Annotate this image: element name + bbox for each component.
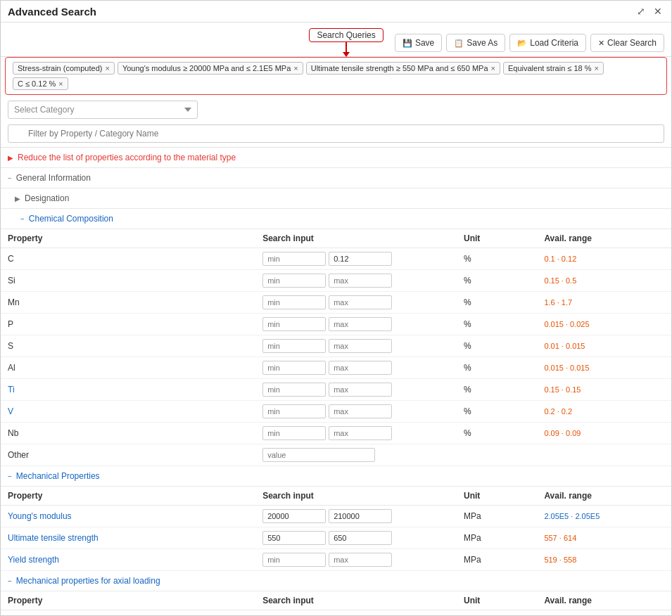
table-row: Mn % 1.6 · 1.7	[1, 292, 671, 314]
clear-icon: ✕	[598, 39, 604, 48]
tag-close-ultimate-tensile[interactable]: ×	[491, 64, 495, 72]
table-row: P % 0.015 · 0.025	[1, 314, 671, 335]
table-row: Other	[1, 444, 671, 466]
section-chemical-composition[interactable]: − Chemical Composition	[1, 209, 671, 229]
search-queries-label: Search Queries	[309, 28, 383, 42]
tag-stress-strain: Stress-strain (computed) ×	[13, 62, 115, 75]
v-link[interactable]: V	[8, 406, 13, 416]
section-designation[interactable]: ▶ Designation	[1, 188, 671, 209]
other-range	[537, 444, 671, 466]
s-min-input[interactable]	[262, 339, 326, 353]
load-criteria-button[interactable]: 📂 Load Criteria	[509, 34, 586, 52]
ti-link[interactable]: Ti	[8, 385, 15, 394]
al-min-input[interactable]	[262, 361, 326, 375]
th-axial-search-input: Search input	[255, 591, 457, 610]
toolbar: Search Queries 💾 Save 📋 Save As 📂 Load C…	[1, 23, 671, 57]
axial-loading-table: Property Search input Unit Avail. range	[1, 591, 671, 610]
title-bar: Advanced Search ⤢ ✕	[1, 1, 671, 23]
si-min-input[interactable]	[262, 274, 326, 288]
filter-input[interactable]	[8, 124, 664, 143]
v-range: 0.2 · 0.2	[537, 401, 671, 423]
save-as-icon: 📋	[454, 39, 464, 48]
section-material-type[interactable]: ▶ Reduce the list of properties accordin…	[1, 148, 671, 168]
th-mech-avail-range: Avail. range	[537, 487, 671, 506]
ti-max-input[interactable]	[329, 383, 392, 397]
th-axial-property: Property	[1, 591, 255, 610]
prop-name-s: S	[1, 335, 255, 357]
al-unit: %	[457, 357, 537, 379]
yield-strength-min-input[interactable]	[262, 553, 326, 567]
p-min-input[interactable]	[262, 317, 326, 331]
save-button[interactable]: 💾 Save	[395, 34, 442, 52]
mechanical-properties-table: Property Search input Unit Avail. range …	[1, 487, 671, 571]
th-unit: Unit	[457, 229, 537, 248]
other-value-input[interactable]	[262, 448, 375, 462]
section-mechanical-properties[interactable]: − Mechanical Properties	[1, 466, 671, 487]
tag-close-c[interactable]: ×	[58, 79, 63, 88]
yield-strength-link[interactable]: Yield strength	[8, 555, 59, 565]
youngs-modulus-max-input[interactable]	[329, 509, 392, 523]
prop-input-s	[255, 335, 457, 357]
th-search-input: Search input	[255, 229, 457, 248]
tag-close-equivalent-strain[interactable]: ×	[594, 64, 598, 72]
yield-strength-range: 519 · 558	[537, 549, 671, 571]
ti-min-input[interactable]	[262, 383, 326, 397]
al-max-input[interactable]	[329, 361, 392, 375]
window-title: Advanced Search	[8, 6, 96, 18]
tag-equivalent-strain: Equivalent strain ≤ 18 % ×	[503, 62, 604, 75]
prop-name-p: P	[1, 314, 255, 335]
advanced-search-window: Advanced Search ⤢ ✕ Search Queries 💾 Sav…	[0, 0, 672, 616]
section-axial-loading[interactable]: − Mechanical properties for axial loadin…	[1, 571, 671, 591]
close-button[interactable]: ✕	[652, 5, 664, 18]
si-range: 0.15 · 0.5	[537, 270, 671, 292]
p-max-input[interactable]	[329, 317, 392, 331]
yield-strength-unit: MPa	[457, 549, 537, 571]
youngs-modulus-range: 2.05E5 · 2.05E5	[537, 506, 671, 527]
arrow-designation: ▶	[15, 195, 20, 203]
nb-max-input[interactable]	[329, 426, 392, 440]
table-row: Yield strength MPa 519 · 558	[1, 549, 671, 571]
mn-max-input[interactable]	[329, 295, 392, 309]
c-min-input[interactable]	[262, 252, 326, 266]
ti-range: 0.15 · 0.15	[537, 379, 671, 401]
uts-max-input[interactable]	[329, 531, 392, 545]
v-unit: %	[457, 401, 537, 423]
uts-link[interactable]: Ultimate tensile strength	[8, 533, 99, 543]
category-select[interactable]: Select Category Metals Polymers Ceramics…	[8, 101, 198, 119]
yield-strength-max-input[interactable]	[329, 553, 392, 567]
tag-close-youngs-modulus[interactable]: ×	[293, 64, 298, 72]
content-area[interactable]: ▶ Reduce the list of properties accordin…	[1, 147, 671, 615]
prop-name-youngs-modulus: Young's modulus	[1, 506, 255, 527]
save-as-button[interactable]: 📋 Save As	[446, 34, 505, 52]
th-avail-range: Avail. range	[537, 229, 671, 248]
s-max-input[interactable]	[329, 339, 392, 353]
section-general-info[interactable]: − General Information	[1, 168, 671, 188]
uts-unit: MPa	[457, 527, 537, 549]
prop-name-al: Al	[1, 357, 255, 379]
table-row: S % 0.01 · 0.015	[1, 335, 671, 357]
restore-button[interactable]: ⤢	[635, 5, 647, 18]
tag-close-stress-strain[interactable]: ×	[105, 64, 109, 72]
ti-unit: %	[457, 379, 537, 401]
clear-search-button[interactable]: ✕ Clear Search	[590, 34, 664, 52]
v-min-input[interactable]	[262, 404, 326, 418]
nb-min-input[interactable]	[262, 426, 326, 440]
mn-min-input[interactable]	[262, 295, 326, 309]
si-max-input[interactable]	[329, 274, 392, 288]
arrow-general-info: −	[8, 174, 12, 182]
youngs-modulus-min-input[interactable]	[262, 509, 326, 523]
tag-ultimate-tensile: Ultimate tensile strength ≥ 550 MPa and …	[306, 62, 500, 75]
si-unit: %	[457, 270, 537, 292]
v-max-input[interactable]	[329, 404, 392, 418]
prop-input-si	[255, 270, 457, 292]
filter-row: 🔍	[1, 122, 671, 147]
th-property: Property	[1, 229, 255, 248]
uts-min-input[interactable]	[262, 531, 326, 545]
section-designation-label: Designation	[25, 193, 69, 203]
prop-input-yield-strength	[255, 549, 457, 571]
c-max-input[interactable]	[329, 252, 392, 266]
prop-name-nb: Nb	[1, 423, 255, 444]
youngs-modulus-link[interactable]: Young's modulus	[8, 511, 72, 521]
prop-name-c: C	[1, 248, 255, 270]
prop-name-ti: Ti	[1, 379, 255, 401]
